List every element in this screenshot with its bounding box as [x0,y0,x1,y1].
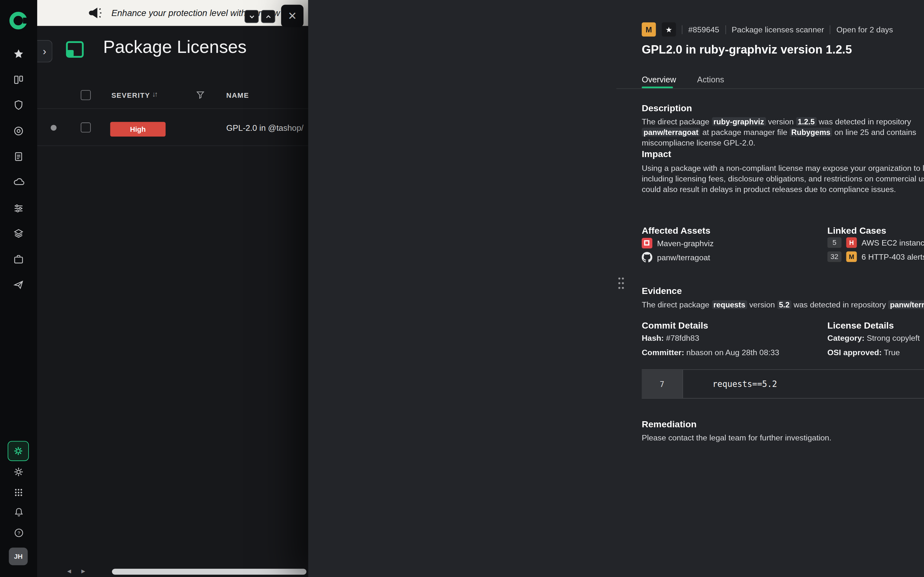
sidebar-item-vulnerabilities[interactable] [0,95,37,115]
page-title: Package Licenses [103,37,246,57]
label: OSI approved: [827,348,882,357]
sidebar-item-reports[interactable] [0,146,37,166]
sidebar-item-layers[interactable] [0,223,37,243]
tab-divider [616,89,924,89]
text: The direct package [642,300,712,309]
sidebar-item-controls[interactable] [0,198,37,218]
linked-case-item[interactable]: 5 H AWS EC2 instance with network path f… [827,237,924,248]
package-licenses-page-icon [66,41,84,58]
sliders-icon [13,202,24,213]
paper-plane-icon [13,279,24,290]
sidebar-item-assets[interactable] [0,249,37,269]
token: 1.2.5 [796,117,817,126]
token: ruby-graphviz [712,117,766,126]
chevron-down-icon [248,13,255,19]
text: at package manager file [700,128,789,137]
value: Strong copyleft [865,334,920,343]
sidebar-item-apps[interactable] [0,482,37,502]
scroll-left-icon[interactable]: ◂ [67,566,71,575]
shield-icon [13,99,24,110]
tab-overview[interactable]: Overview [642,75,676,84]
issue-detail-panel: M ★ #859645 Package licenses scanner Ope… [309,0,924,577]
impact-text: Using a package with a non-compliant lic… [642,163,924,195]
token: panw/terragoat [888,300,924,309]
sidebar-item-active-module[interactable] [8,441,29,461]
clipboard-icon [13,150,24,161]
text: was detected in repository [817,117,911,126]
gear-icon [13,466,24,477]
module-flower-icon [13,446,23,456]
sidebar-item-discover[interactable] [0,274,37,294]
banner-collapse-button[interactable] [244,10,258,23]
issue-id: #859645 [688,25,719,34]
target-icon [13,125,24,136]
text: version [747,300,777,309]
sidebar-item-notifications[interactable] [0,502,37,522]
label: Category: [827,334,865,343]
chevron-up-icon [265,13,271,19]
sidebar-item-help[interactable]: ? [0,523,37,543]
chevron-right-icon: › [43,45,46,58]
evidence-heading: Evidence [642,285,682,296]
linked-cases-heading: Linked Cases [827,226,887,236]
commit-details-heading: Commit Details [642,320,708,331]
asset-label: panw/terragoat [657,253,710,262]
panel-topbar: M ★ #859645 Package licenses scanner Ope… [642,23,893,37]
close-icon: × [288,8,296,24]
expand-sidebar-button[interactable]: › [37,40,53,63]
sort-icon[interactable]: ↓↑ [152,90,157,98]
value: nbason on Aug 28th 08:33 [684,348,779,357]
issue-name[interactable]: GPL-2.0 in @tashop/ [226,123,304,132]
brand-logo-icon[interactable] [9,12,27,29]
sidebar-item-settings[interactable] [0,462,37,482]
remediation-text: Please contact the legal team for furthe… [642,433,924,443]
asset-item[interactable]: Maven-graphviz [642,238,714,248]
star-icon: ★ [666,25,672,34]
text: version [766,117,796,126]
star-icon [13,48,24,59]
select-all-checkbox[interactable] [81,90,91,100]
license-category: Category: Strong copyleft [827,334,920,343]
unread-dot [51,125,57,131]
sidebar-item-favorites[interactable] [0,44,37,63]
svg-text:?: ? [17,530,20,536]
user-avatar[interactable]: JH [9,548,28,565]
favorite-button[interactable]: ★ [662,23,676,37]
issue-title: GPL2.0 in ruby-graphviz version 1.2.5 [642,43,852,56]
help-icon: ? [13,528,24,538]
token: requests [712,300,747,309]
panel-resize-handle[interactable] [617,276,625,290]
severity-medium-badge: M [642,23,656,37]
horizontal-scrollbar-thumb[interactable] [112,569,306,574]
scroll-right-icon[interactable]: ▸ [81,566,85,575]
asset-item[interactable]: panw/terragoat [642,252,710,263]
severity-medium-badge: M [846,251,857,262]
filter-icon[interactable] [196,91,205,99]
separator [725,25,726,34]
tab-actions[interactable]: Actions [697,75,724,84]
issue-age: Open for 2 days [837,25,893,34]
column-header-name[interactable]: NAME [226,91,249,100]
sidebar-item-cloud[interactable] [0,172,37,192]
code-line: requests==5.2 [712,379,777,388]
row-checkbox[interactable] [81,122,91,132]
column-header-severity[interactable]: SEVERITY [111,91,150,100]
severity-badge: High [110,122,166,137]
text: was detected in repository [792,300,888,309]
case-title: 6 HTTP-403 alerts detected by PAN NGFW o… [861,252,924,261]
code-line-number: 7 [642,370,683,398]
announcement-icon [87,5,102,21]
code-snippet: 7 requests==5.2 [642,369,924,399]
banner-close-button[interactable]: × [281,5,304,27]
impact-heading: Impact [642,149,671,160]
bell-icon [13,507,24,517]
scanner-name: Package licenses scanner [732,25,824,34]
remediation-heading: Remediation [642,419,696,430]
value: True [882,348,900,357]
sidebar-item-boards[interactable] [0,69,37,89]
linked-case-item[interactable]: 32 M 6 HTTP-403 alerts detected by PAN N… [827,251,924,262]
banner-expand-button[interactable] [261,10,275,23]
registry-icon [642,238,652,248]
sidebar-item-exposure[interactable] [0,121,37,141]
token: panw/terragoat [642,128,700,137]
